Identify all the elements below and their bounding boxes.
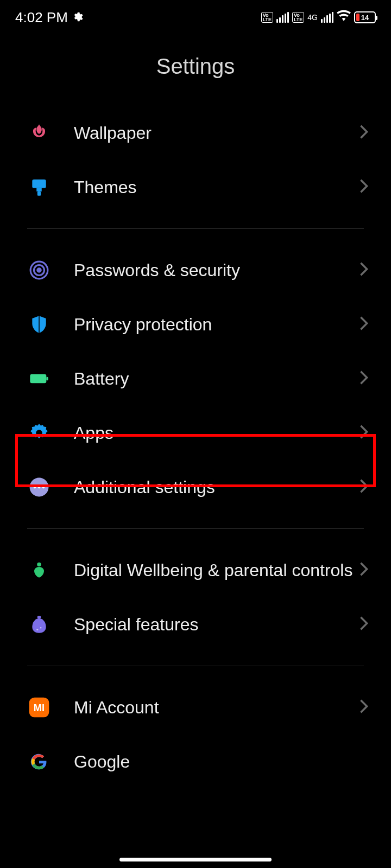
item-label: Additional settings [74,476,358,498]
shield-icon [27,312,51,336]
status-time: 4:02 PM [15,9,68,26]
chevron-right-icon [358,124,369,142]
home-indicator[interactable] [119,858,272,861]
signal-icon [276,12,289,23]
status-left: 4:02 PM [15,9,83,26]
svg-rect-2 [37,192,41,196]
more-icon [27,475,51,499]
svg-text:MI: MI [34,702,45,713]
gear-icon [27,421,51,445]
fingerprint-icon [27,258,51,282]
item-themes[interactable]: Themes [0,160,391,214]
item-battery[interactable]: Battery [0,352,391,406]
status-right: VoLTE VoLTE 4G 14 [261,9,376,25]
item-digital-wellbeing[interactable]: Digital Wellbeing & parental controls [0,543,391,597]
divider [27,666,364,666]
svg-point-15 [36,629,38,630]
item-additional-settings[interactable]: Additional settings [0,460,391,514]
item-label: Mi Account [74,697,358,718]
item-special-features[interactable]: Special features [0,597,391,652]
svg-point-11 [38,486,41,489]
wellbeing-icon [27,558,51,582]
svg-rect-14 [37,616,41,618]
item-label: Passwords & security [74,259,358,281]
chevron-right-icon [358,561,369,579]
svg-point-10 [34,486,36,489]
battery-icon: 14 [354,11,376,23]
wifi-icon [337,9,351,25]
chevron-right-icon [358,261,369,279]
item-wallpaper[interactable]: Wallpaper [0,106,391,160]
svg-point-13 [37,563,41,567]
svg-rect-7 [46,377,48,381]
network-type: 4G [307,13,318,22]
item-google[interactable]: Google [0,735,391,774]
svg-rect-0 [32,180,46,188]
item-label: Digital Wellbeing & parental controls [74,559,358,581]
item-apps[interactable]: Apps [0,406,391,460]
item-label: Wallpaper [74,122,358,144]
chevron-right-icon [358,370,369,387]
page-title: Settings [0,33,391,106]
volte-icon: VoLTE [261,12,273,23]
chevron-right-icon [358,424,369,442]
svg-point-16 [40,627,42,629]
chevron-right-icon [358,178,369,196]
divider [27,228,364,229]
status-bar: 4:02 PM VoLTE VoLTE 4G 14 [0,0,391,33]
tulip-icon [27,121,51,145]
chevron-right-icon [358,478,369,496]
signal-icon [321,12,333,23]
svg-point-8 [36,430,42,436]
chevron-right-icon [358,316,369,333]
item-label: Battery [74,368,358,390]
item-label: Google [74,751,369,773]
google-icon [27,750,51,774]
flask-icon [27,612,51,636]
chevron-right-icon [358,699,369,716]
mi-logo-icon: MI [27,695,51,719]
item-label: Special features [74,614,358,635]
item-label: Privacy protection [74,314,358,335]
battery-icon [27,367,51,391]
svg-point-12 [42,486,45,489]
gear-icon [72,9,83,26]
item-label: Apps [74,422,358,444]
volte-icon: VoLTE [292,12,304,23]
divider [27,528,364,529]
item-label: Themes [74,176,358,198]
item-privacy-protection[interactable]: Privacy protection [0,297,391,352]
item-passwords-security[interactable]: Passwords & security [0,243,391,297]
chevron-right-icon [358,616,369,633]
item-mi-account[interactable]: MI Mi Account [0,680,391,735]
settings-list: Wallpaper Themes Passwords & security Pr… [0,106,391,774]
svg-point-5 [37,269,41,272]
svg-rect-6 [30,374,46,384]
svg-rect-1 [36,188,42,192]
paintbrush-icon [27,175,51,199]
battery-percentage: 14 [355,14,375,22]
